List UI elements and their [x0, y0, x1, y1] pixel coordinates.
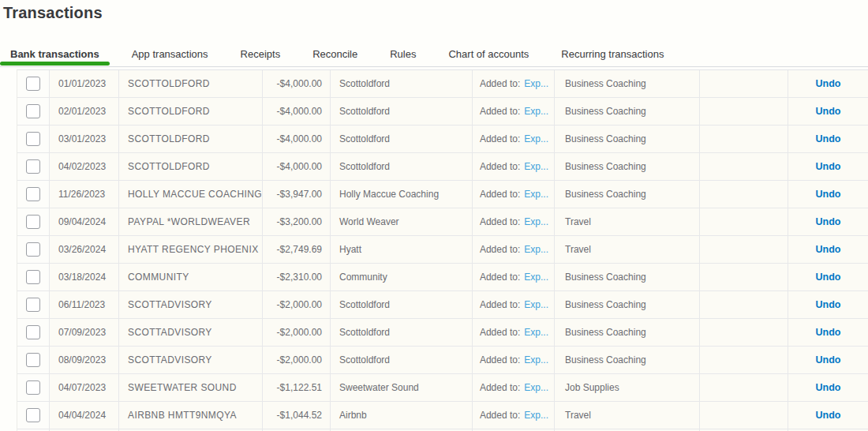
- category-cell: Job Supplies: [555, 374, 700, 401]
- checkbox-cell: [17, 291, 50, 318]
- expense-link[interactable]: Exp...: [524, 354, 548, 365]
- spacer-cell: [700, 153, 788, 180]
- table-row[interactable]: 03/01/2023 SCOTTOLDFORD -$4,000.00 Scott…: [17, 126, 868, 153]
- description-cell: COMMUNITY: [119, 264, 263, 290]
- category-cell: Business Coaching: [555, 319, 700, 346]
- table-row[interactable]: 04/02/2023 SCOTTOLDFORD -$4,000.00 Scott…: [17, 153, 868, 181]
- table-row[interactable]: 03/18/2024 COMMUNITY -$2,310.00 Communit…: [17, 264, 868, 291]
- undo-cell: Undo: [788, 264, 868, 290]
- category-cell: Business Coaching: [555, 181, 700, 208]
- spacer-cell: [700, 208, 788, 235]
- category-cell: Travel: [555, 208, 700, 235]
- description-cell: PAYPAL *WORLDWEAVER: [119, 208, 263, 235]
- table-row[interactable]: 03/26/2024 HYATT REGENCY PHOENIX -$2,749…: [17, 236, 868, 264]
- row-checkbox[interactable]: [26, 159, 40, 174]
- expense-link[interactable]: Exp...: [524, 299, 548, 310]
- row-checkbox[interactable]: [26, 325, 40, 339]
- spacer-cell: [700, 402, 788, 429]
- checkbox-cell: [17, 153, 50, 180]
- undo-button[interactable]: Undo: [816, 244, 841, 255]
- expense-link[interactable]: Exp...: [524, 133, 548, 144]
- added-to-cell: Added to: Exp...: [473, 208, 555, 235]
- undo-cell: Undo: [788, 347, 868, 373]
- payee-cell: Scottoldford: [331, 70, 473, 97]
- tab-bank-transactions[interactable]: Bank transactions: [0, 41, 110, 66]
- row-checkbox[interactable]: [26, 353, 40, 367]
- row-checkbox[interactable]: [26, 187, 40, 201]
- tab-recurring-transactions[interactable]: Recurring transactions: [551, 41, 674, 66]
- spacer-cell: [700, 319, 788, 346]
- undo-cell: Undo: [788, 291, 868, 318]
- checkbox-cell: [17, 347, 50, 373]
- table-row[interactable]: 09/04/2024 PAYPAL *WORLDWEAVER -$3,200.0…: [17, 208, 868, 236]
- undo-button[interactable]: Undo: [816, 106, 841, 117]
- expense-link[interactable]: Exp...: [524, 272, 548, 283]
- table-row[interactable]: 11/26/2023 HOLLY MACCUE COACHING -$3,947…: [17, 181, 868, 208]
- undo-button[interactable]: Undo: [816, 410, 841, 421]
- description-cell: SCOTTOLDFORD: [119, 126, 263, 152]
- checkbox-cell: [17, 319, 50, 346]
- category-cell: Business Coaching: [555, 347, 700, 373]
- row-checkbox[interactable]: [26, 380, 40, 395]
- expense-link[interactable]: Exp...: [524, 382, 548, 393]
- spacer-cell: [700, 374, 788, 401]
- expense-link[interactable]: Exp...: [524, 78, 548, 89]
- undo-button[interactable]: Undo: [816, 382, 841, 393]
- table-row[interactable]: 07/09/2023 SCOTTADVISORY -$2,000.00 Scot…: [17, 319, 868, 347]
- table-row[interactable]: 08/09/2023 SCOTTADVISORY -$2,000.00 Scot…: [17, 347, 868, 374]
- added-to-cell: Added to: Exp...: [473, 181, 555, 208]
- date-cell: 08/09/2023: [50, 347, 119, 373]
- expense-link[interactable]: Exp...: [524, 327, 548, 338]
- row-checkbox[interactable]: [26, 104, 40, 118]
- undo-button[interactable]: Undo: [816, 216, 841, 227]
- table-row[interactable]: 02/01/2023 SCOTTOLDFORD -$4,000.00 Scott…: [17, 98, 868, 126]
- tab-label: Rules: [390, 48, 416, 60]
- amount-cell: -$2,310.00: [263, 264, 331, 290]
- amount-cell: -$2,000.00: [263, 291, 331, 318]
- expense-link[interactable]: Exp...: [524, 216, 548, 227]
- amount-cell: -$2,000.00: [263, 347, 331, 373]
- undo-button[interactable]: Undo: [816, 189, 841, 200]
- undo-button[interactable]: Undo: [816, 78, 841, 89]
- tab-receipts[interactable]: Receipts: [230, 41, 291, 66]
- expense-link[interactable]: Exp...: [524, 161, 548, 172]
- transactions-tab-bar: Bank transactions App transactions Recei…: [0, 41, 868, 67]
- table-row[interactable]: 04/07/2023 SWEETWATER SOUND -$1,122.51 S…: [17, 374, 868, 402]
- row-checkbox[interactable]: [26, 270, 40, 284]
- date-cell: 03/18/2024: [50, 264, 119, 290]
- tab-chart-of-accounts[interactable]: Chart of accounts: [438, 41, 539, 66]
- expense-link[interactable]: Exp...: [524, 189, 548, 200]
- expense-link[interactable]: Exp...: [524, 410, 548, 421]
- table-row[interactable]: 01/01/2023 SCOTTOLDFORD -$4,000.00 Scott…: [17, 70, 868, 98]
- undo-button[interactable]: Undo: [816, 133, 841, 144]
- checkbox-cell: [17, 70, 50, 97]
- table-row[interactable]: 06/11/2023 SCOTTADVISORY -$2,000.00 Scot…: [17, 291, 868, 319]
- tab-label: Bank transactions: [10, 48, 99, 60]
- row-checkbox[interactable]: [26, 408, 40, 422]
- description-cell: SCOTTOLDFORD: [119, 98, 263, 125]
- undo-button[interactable]: Undo: [816, 327, 841, 338]
- added-to-label: Added to:: [480, 327, 520, 338]
- table-row[interactable]: 04/04/2024 AIRBNB HMTT9NMQYA -$1,044.52 …: [17, 402, 868, 429]
- row-checkbox[interactable]: [26, 77, 40, 91]
- category-cell: Business Coaching: [555, 291, 700, 318]
- date-cell: 04/02/2023: [50, 153, 119, 180]
- undo-button[interactable]: Undo: [816, 272, 841, 283]
- undo-button[interactable]: Undo: [816, 354, 841, 365]
- tab-app-transactions[interactable]: App transactions: [122, 41, 219, 66]
- undo-cell: Undo: [788, 70, 868, 97]
- expense-link[interactable]: Exp...: [524, 106, 548, 117]
- row-checkbox[interactable]: [26, 242, 40, 257]
- tab-rules[interactable]: Rules: [380, 41, 426, 66]
- tab-reconcile[interactable]: Reconcile: [302, 41, 368, 66]
- added-to-cell: Added to: Exp...: [473, 291, 555, 318]
- added-to-label: Added to:: [480, 106, 520, 117]
- undo-button[interactable]: Undo: [816, 161, 841, 172]
- row-checkbox[interactable]: [26, 132, 40, 146]
- expense-link[interactable]: Exp...: [524, 244, 548, 255]
- row-checkbox[interactable]: [26, 298, 40, 312]
- row-checkbox[interactable]: [26, 215, 40, 229]
- undo-button[interactable]: Undo: [816, 299, 841, 310]
- checkbox-cell: [17, 126, 50, 152]
- checkbox-cell: [17, 208, 50, 235]
